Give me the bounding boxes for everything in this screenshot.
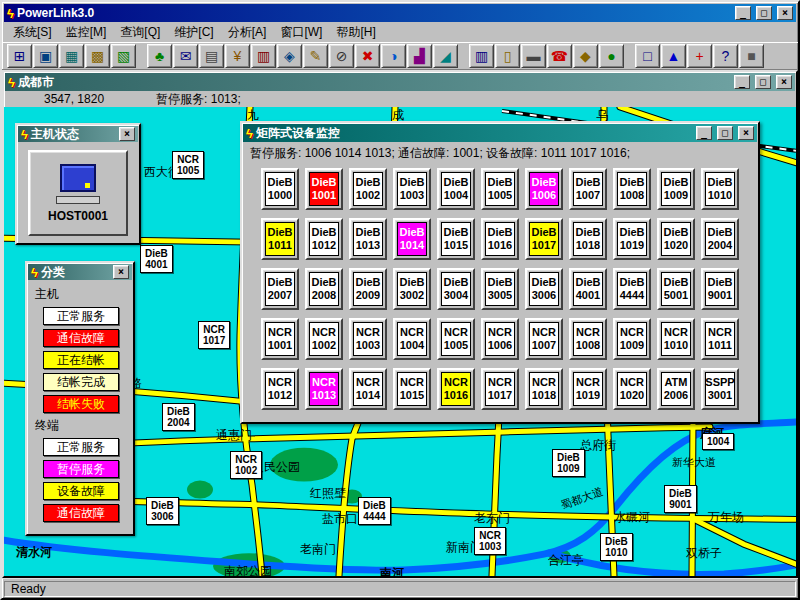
device-button-dieb-2007[interactable]: DieB2007 bbox=[261, 268, 299, 310]
bar-chart-icon[interactable]: ▟ bbox=[407, 44, 432, 68]
device-button-ncr-1006[interactable]: NCR1006 bbox=[481, 318, 519, 360]
device-button-dieb-1013[interactable]: DieB1013 bbox=[349, 218, 387, 260]
windows-icon[interactable]: ⊞ bbox=[7, 44, 32, 68]
close-button[interactable]: × bbox=[777, 6, 793, 20]
device-button-dieb-1016[interactable]: DieB1016 bbox=[481, 218, 519, 260]
device-button-dieb-1003[interactable]: DieB1003 bbox=[393, 168, 431, 210]
host-close-button[interactable]: × bbox=[119, 127, 135, 141]
device-button-dieb-4001[interactable]: DieB4001 bbox=[569, 268, 607, 310]
phone-icon[interactable]: ☎ bbox=[547, 44, 572, 68]
device-button-dieb-3002[interactable]: DieB3002 bbox=[393, 268, 431, 310]
map-device-dieb-1009[interactable]: DieB1009 bbox=[552, 449, 585, 477]
device-button-dieb-1000[interactable]: DieB1000 bbox=[261, 168, 299, 210]
device-button-ncr-1018[interactable]: NCR1018 bbox=[525, 368, 563, 410]
device-button-ncr-1005[interactable]: NCR1005 bbox=[437, 318, 475, 360]
plus-icon[interactable]: + bbox=[687, 44, 712, 68]
chart-up-icon[interactable]: ▲ bbox=[661, 44, 686, 68]
device-button-dieb-2004[interactable]: DieB2004 bbox=[701, 218, 739, 260]
legend-close-button[interactable]: × bbox=[113, 265, 129, 279]
device-button-ncr-1017[interactable]: NCR1017 bbox=[481, 368, 519, 410]
help-icon[interactable]: ? bbox=[713, 44, 738, 68]
device-button-ncr-1001[interactable]: NCR1001 bbox=[261, 318, 299, 360]
menu-item-2[interactable]: 监控[M] bbox=[59, 22, 114, 43]
device-button-ncr-1007[interactable]: NCR1007 bbox=[525, 318, 563, 360]
device-button-dieb-5001[interactable]: DieB5001 bbox=[657, 268, 695, 310]
map-device-1004[interactable]: 1004 bbox=[702, 433, 734, 450]
map-device-dieb-1010[interactable]: DieB1010 bbox=[600, 533, 633, 561]
device-button-dieb-1009[interactable]: DieB1009 bbox=[657, 168, 695, 210]
device-button-dieb-1018[interactable]: DieB1018 bbox=[569, 218, 607, 260]
save-icon[interactable]: ▬ bbox=[521, 44, 546, 68]
device-button-dieb-1015[interactable]: DieB1015 bbox=[437, 218, 475, 260]
city-minimize-button[interactable]: _ bbox=[734, 75, 750, 89]
menu-item-5[interactable]: 分析[A] bbox=[221, 22, 274, 43]
device-button-dieb-1017[interactable]: DieB1017 bbox=[525, 218, 563, 260]
device-button-sspp-3001[interactable]: SSPP3001 bbox=[701, 368, 739, 410]
device-button-ncr-1020[interactable]: NCR1020 bbox=[613, 368, 651, 410]
minimize-button[interactable]: _ bbox=[735, 6, 751, 20]
device-button-atm-2006[interactable]: ATM2006 bbox=[657, 368, 695, 410]
pie-chart-icon[interactable]: ◑ bbox=[381, 44, 406, 68]
device-button-ncr-1003[interactable]: NCR1003 bbox=[349, 318, 387, 360]
device-button-ncr-1019[interactable]: NCR1019 bbox=[569, 368, 607, 410]
device-button-ncr-1011[interactable]: NCR1011 bbox=[701, 318, 739, 360]
city-close-button[interactable]: × bbox=[776, 75, 792, 89]
device-button-dieb-9001[interactable]: DieB9001 bbox=[701, 268, 739, 310]
network-icon[interactable]: ◈ bbox=[277, 44, 302, 68]
monitor-icon[interactable]: ▦ bbox=[59, 44, 84, 68]
device-button-dieb-1010[interactable]: DieB1010 bbox=[701, 168, 739, 210]
map-device-ncr-1003[interactable]: NCR1003 bbox=[474, 527, 506, 555]
device-button-ncr-1008[interactable]: NCR1008 bbox=[569, 318, 607, 360]
device-button-dieb-3005[interactable]: DieB3005 bbox=[481, 268, 519, 310]
device-button-ncr-1004[interactable]: NCR1004 bbox=[393, 318, 431, 360]
disable-icon[interactable]: ⊘ bbox=[329, 44, 354, 68]
device-button-dieb-1007[interactable]: DieB1007 bbox=[569, 168, 607, 210]
device-button-ncr-1012[interactable]: NCR1012 bbox=[261, 368, 299, 410]
device-button-ncr-1010[interactable]: NCR1010 bbox=[657, 318, 695, 360]
map-device-dieb-4001[interactable]: DieB4001 bbox=[140, 245, 173, 273]
screen-icon[interactable]: ▥ bbox=[469, 44, 494, 68]
device-button-dieb-3004[interactable]: DieB3004 bbox=[437, 268, 475, 310]
device-button-dieb-1004[interactable]: DieB1004 bbox=[437, 168, 475, 210]
device-button-ncr-1015[interactable]: NCR1015 bbox=[393, 368, 431, 410]
map-device-dieb-3006[interactable]: DieB3006 bbox=[146, 497, 179, 525]
device-button-ncr-1014[interactable]: NCR1014 bbox=[349, 368, 387, 410]
menu-item-3[interactable]: 查询[Q] bbox=[113, 22, 167, 43]
menu-item-7[interactable]: 帮助[H] bbox=[329, 22, 382, 43]
mail-icon[interactable]: ✉ bbox=[173, 44, 198, 68]
device-button-dieb-1002[interactable]: DieB1002 bbox=[349, 168, 387, 210]
device-button-dieb-2008[interactable]: DieB2008 bbox=[305, 268, 343, 310]
menu-item-1[interactable]: 系统[S] bbox=[6, 22, 59, 43]
device-button-dieb-1006[interactable]: DieB1006 bbox=[525, 168, 563, 210]
device-button-dieb-3006[interactable]: DieB3006 bbox=[525, 268, 563, 310]
edit-icon[interactable]: ✎ bbox=[303, 44, 328, 68]
matrix-maximize-button[interactable]: □ bbox=[717, 126, 733, 140]
device-button-dieb-1012[interactable]: DieB1012 bbox=[305, 218, 343, 260]
clipboard-icon[interactable]: ▯ bbox=[495, 44, 520, 68]
matrix-close-button[interactable]: × bbox=[738, 126, 754, 140]
matrix-view-icon[interactable]: ▩ bbox=[85, 44, 110, 68]
device-button-dieb-4444[interactable]: DieB4444 bbox=[613, 268, 651, 310]
matrix-minimize-button[interactable]: _ bbox=[696, 126, 712, 140]
map-device-dieb-9001[interactable]: DieB9001 bbox=[664, 485, 697, 513]
map-view-icon[interactable]: ▧ bbox=[111, 44, 136, 68]
map-device-dieb-4444[interactable]: DieB4444 bbox=[358, 497, 391, 525]
menu-item-4[interactable]: 维护[C] bbox=[167, 22, 220, 43]
bank-icon[interactable]: ▥ bbox=[251, 44, 276, 68]
device-button-dieb-2009[interactable]: DieB2009 bbox=[349, 268, 387, 310]
device-button-ncr-1013[interactable]: NCR1013 bbox=[305, 368, 343, 410]
delete-icon[interactable]: ✖ bbox=[355, 44, 380, 68]
menu-item-6[interactable]: 窗口[W] bbox=[273, 22, 329, 43]
device-button-ncr-1002[interactable]: NCR1002 bbox=[305, 318, 343, 360]
map-device-dieb-2004[interactable]: DieB2004 bbox=[162, 403, 195, 431]
device-button-dieb-1005[interactable]: DieB1005 bbox=[481, 168, 519, 210]
clover-icon[interactable]: ♣ bbox=[147, 44, 172, 68]
map-device-ncr-1005[interactable]: NCR1005 bbox=[172, 151, 204, 179]
cash-icon[interactable]: ¥ bbox=[225, 44, 250, 68]
device-button-dieb-1011[interactable]: DieB1011 bbox=[261, 218, 299, 260]
diamond-icon[interactable]: ◆ bbox=[573, 44, 598, 68]
device-button-ncr-1009[interactable]: NCR1009 bbox=[613, 318, 651, 360]
device-button-dieb-1008[interactable]: DieB1008 bbox=[613, 168, 651, 210]
device-button-dieb-1019[interactable]: DieB1019 bbox=[613, 218, 651, 260]
map-device-ncr-1017[interactable]: NCR1017 bbox=[198, 321, 230, 349]
